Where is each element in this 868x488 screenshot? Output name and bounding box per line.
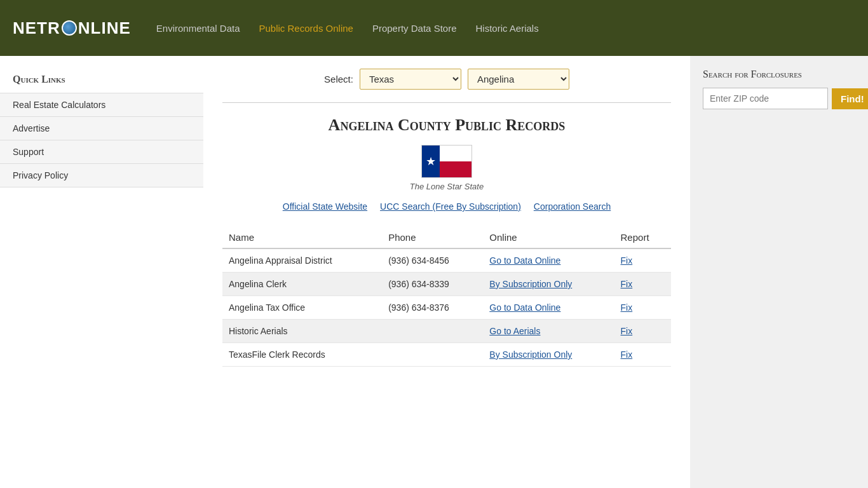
right-panel: Search for Forclosures Find! [690, 56, 868, 488]
logo[interactable]: NETRNLINE [13, 18, 131, 38]
state-select[interactable]: Texas [360, 69, 461, 90]
cell-report: Fix [614, 248, 671, 273]
sidebar-item-advertise[interactable]: Advertise [0, 116, 203, 140]
online-link[interactable]: Go to Data Online [489, 302, 560, 313]
nav-environmental-data[interactable]: Environmental Data [156, 23, 240, 34]
nav-historic-aerials[interactable]: Historic Aerials [475, 23, 538, 34]
sidebar-item-support[interactable]: Support [0, 140, 203, 163]
main-nav: Environmental Data Public Records Online… [156, 23, 539, 34]
online-link[interactable]: Go to Aerials [489, 326, 540, 336]
table-header-row: Name Phone Online Report [222, 227, 671, 248]
cell-name: Historic Aerials [222, 320, 382, 343]
col-phone: Phone [382, 227, 483, 248]
cell-report: Fix [614, 343, 671, 367]
online-link[interactable]: Go to Data Online [489, 255, 560, 266]
cell-online: Go to Aerials [483, 320, 614, 343]
county-select[interactable]: Angelina [468, 69, 569, 90]
cell-online: Go to Data Online [483, 296, 614, 320]
online-link[interactable]: By Subscription Only [489, 279, 572, 289]
state-links: Official State Website UCC Search (Free … [222, 201, 671, 212]
logo-globe-icon [62, 20, 77, 36]
sidebar-item-privacy[interactable]: Privacy Policy [0, 163, 203, 187]
col-report: Report [614, 227, 671, 248]
cell-phone [382, 343, 483, 367]
col-online: Online [483, 227, 614, 248]
corp-search-link[interactable]: Corporation Search [534, 201, 611, 212]
sidebar: Quick Links Real Estate Calculators Adve… [0, 56, 203, 488]
flag-blue-stripe: ★ [422, 146, 440, 177]
cell-report: Fix [614, 296, 671, 320]
report-link[interactable]: Fix [621, 302, 633, 313]
table-row: Historic Aerials Go to Aerials Fix [222, 320, 671, 343]
cell-report: Fix [614, 320, 671, 343]
flag-star-icon: ★ [426, 156, 436, 167]
content-wrapper: Quick Links Real Estate Calculators Adve… [0, 56, 868, 488]
cell-name: Angelina Appraisal District [222, 248, 382, 273]
table-body: Angelina Appraisal District (936) 634-84… [222, 248, 671, 367]
nav-property-data-store[interactable]: Property Data Store [372, 23, 457, 34]
cell-phone: (936) 634-8456 [382, 248, 483, 273]
header: NETRNLINE Environmental Data Public Reco… [0, 0, 868, 56]
flag-container: ★ The Lone Star State [222, 145, 671, 191]
cell-name: Angelina Tax Office [222, 296, 382, 320]
texas-flag: ★ [421, 145, 472, 178]
col-name: Name [222, 227, 382, 248]
flag-caption: The Lone Star State [410, 182, 484, 191]
zip-form: Find! [703, 88, 855, 109]
table-row: Angelina Tax Office (936) 634-8376 Go to… [222, 296, 671, 320]
flag-red-stripe [440, 161, 471, 177]
flag-white-stripe [440, 146, 471, 161]
official-state-link[interactable]: Official State Website [283, 201, 367, 212]
nav-public-records[interactable]: Public Records Online [259, 23, 353, 34]
zip-input[interactable] [703, 88, 828, 109]
report-link[interactable]: Fix [621, 326, 633, 336]
sidebar-item-real-estate[interactable]: Real Estate Calculators [0, 93, 203, 116]
flag-right-stripes [440, 146, 471, 177]
report-link[interactable]: Fix [621, 349, 633, 360]
cell-online: Go to Data Online [483, 248, 614, 273]
report-link[interactable]: Fix [621, 279, 633, 289]
cell-phone: (936) 634-8339 [382, 273, 483, 296]
cell-report: Fix [614, 273, 671, 296]
quick-links-title: Quick Links [0, 69, 203, 93]
table-row: Angelina Clerk (936) 634-8339 By Subscri… [222, 273, 671, 296]
county-title: Angelina County Public Records [222, 116, 671, 135]
cell-phone [382, 320, 483, 343]
cell-phone: (936) 634-8376 [382, 296, 483, 320]
cell-online: By Subscription Only [483, 273, 614, 296]
select-row: Select: Texas Angelina [222, 69, 671, 90]
main-content: Select: Texas Angelina Angelina County P… [203, 56, 690, 488]
select-label: Select: [324, 74, 353, 85]
online-link[interactable]: By Subscription Only [489, 349, 572, 360]
table-row: Angelina Appraisal District (936) 634-84… [222, 248, 671, 273]
table-row: TexasFile Clerk Records By Subscription … [222, 343, 671, 367]
records-table: Name Phone Online Report Angelina Apprai… [222, 227, 671, 367]
cell-online: By Subscription Only [483, 343, 614, 367]
table-header: Name Phone Online Report [222, 227, 671, 248]
report-link[interactable]: Fix [621, 255, 633, 266]
cell-name: TexasFile Clerk Records [222, 343, 382, 367]
foreclosure-title: Search for Forclosures [703, 69, 855, 80]
cell-name: Angelina Clerk [222, 273, 382, 296]
find-button[interactable]: Find! [832, 88, 868, 109]
logo-area: NETRNLINE [13, 18, 131, 38]
divider [222, 102, 671, 103]
ucc-search-link[interactable]: UCC Search (Free By Subscription) [380, 201, 521, 212]
